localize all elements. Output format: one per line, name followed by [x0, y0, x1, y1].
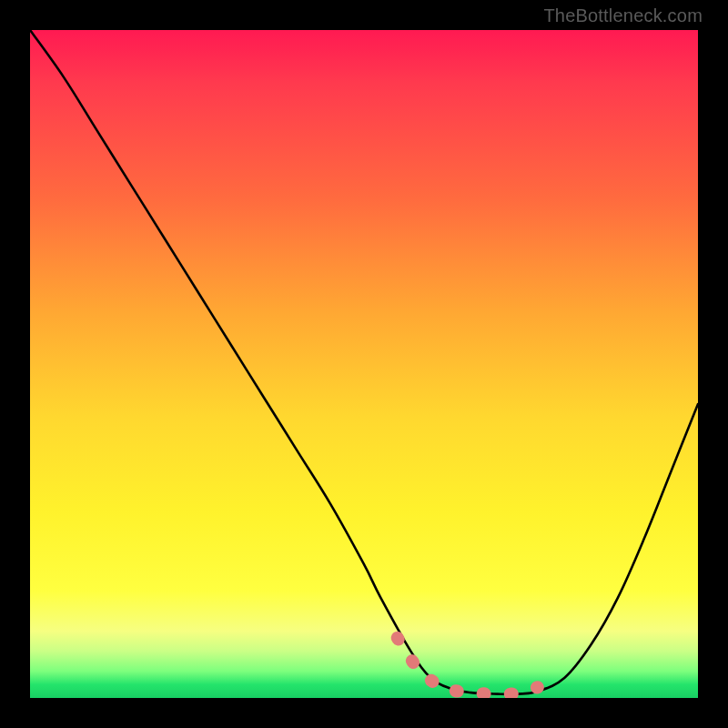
chart-frame: TheBottleneck.com: [0, 0, 728, 728]
bottleneck-curve: [30, 30, 698, 694]
bottleneck-curve-svg: [30, 30, 698, 698]
valley-highlight: [398, 638, 538, 694]
attribution-label: TheBottleneck.com: [543, 5, 703, 26]
plot-area: [30, 30, 698, 698]
